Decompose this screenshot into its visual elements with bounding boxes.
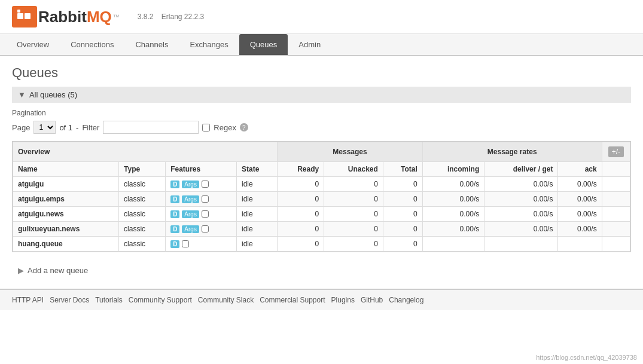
feature-checkbox[interactable] [182, 240, 189, 247]
nav-admin[interactable]: Admin [288, 34, 331, 55]
feature-d-badge[interactable]: D [170, 225, 179, 233]
queue-unacked: 0 [324, 222, 383, 237]
feature-d-badge[interactable]: D [170, 181, 179, 188]
queue-ack: 0.00/s [558, 207, 602, 222]
queue-ready: 0 [278, 207, 324, 222]
regex-checkbox[interactable] [202, 124, 210, 131]
svg-rect-2 [17, 10, 20, 13]
col-headers-row: Name Type Features State Ready Unacked T… [13, 162, 630, 177]
main-nav: Overview Connections Channels Exchanges … [0, 34, 643, 56]
feature-checkbox[interactable] [202, 195, 209, 203]
queue-ready: 0 [278, 222, 324, 237]
plus-minus-button[interactable]: +/- [608, 146, 624, 157]
queue-state: idle [237, 177, 278, 192]
queue-name-link[interactable]: huang.queue [18, 240, 63, 248]
page-select[interactable]: 1 [33, 121, 56, 134]
nav-connections[interactable]: Connections [60, 34, 124, 55]
nav-channels[interactable]: Channels [124, 34, 179, 55]
feature-d-badge[interactable]: D [170, 210, 179, 218]
queue-unacked: 0 [324, 177, 383, 192]
feature-checkbox[interactable] [202, 225, 209, 233]
svg-rect-0 [17, 13, 23, 19]
queue-extra [602, 222, 630, 237]
group-overview-label: Overview [18, 148, 50, 156]
queue-ready: 0 [278, 177, 324, 192]
col-extra [602, 162, 630, 177]
table-row: huang.queueclassicDidle000 [13, 237, 630, 252]
queue-extra [602, 192, 630, 207]
footer-link-github[interactable]: GitHub [361, 296, 383, 304]
feature-checkbox[interactable] [202, 210, 209, 218]
group-messages: Messages [278, 142, 423, 162]
version-number: 3.8.2 [138, 13, 154, 21]
table-row: gulixueyuan.newsclassicDArgsidle0000.00/… [13, 222, 630, 237]
queue-ack: 0.00/s [558, 177, 602, 192]
footer-link-community-support[interactable]: Community Support [129, 296, 192, 304]
feature-args-badge[interactable]: Args [182, 181, 199, 188]
queue-deliver-get: 0.00/s [484, 192, 558, 207]
queue-unacked: 0 [324, 207, 383, 222]
logo-icon [12, 6, 37, 27]
pagination-controls: Page 1 of 1 - Filter Regex ? [12, 121, 631, 134]
nav-overview[interactable]: Overview [6, 34, 60, 55]
filter-dash: - [76, 123, 78, 132]
queue-name-link[interactable]: atguigu.news [18, 210, 64, 218]
svg-rect-1 [25, 13, 31, 19]
section-arrow-icon: ▼ [18, 90, 26, 99]
queue-total: 0 [383, 177, 422, 192]
footer-link-changelog[interactable]: Changelog [389, 296, 423, 304]
queue-deliver-get: 0.00/s [484, 207, 558, 222]
section-label: All queues (5) [29, 90, 77, 99]
feature-args-badge[interactable]: Args [182, 195, 199, 203]
queue-incoming: 0.00/s [422, 192, 484, 207]
feature-args-badge[interactable]: Args [182, 210, 199, 218]
footer-link-http-api[interactable]: HTTP API [12, 296, 44, 304]
version-info: 3.8.2 Erlang 22.2.3 [138, 13, 204, 21]
footer-link-community-slack[interactable]: Community Slack [198, 296, 254, 304]
queues-table-container: Overview Messages Message rates +/- Name… [12, 141, 631, 252]
add-queue-toggle[interactable]: ▶ Add a new queue [18, 266, 625, 275]
queue-type: classic [119, 177, 166, 192]
queue-incoming: 0.00/s [422, 222, 484, 237]
queue-features: D [166, 237, 237, 252]
table-row: atguiguclassicDArgsidle0000.00/s0.00/s0.… [13, 177, 630, 192]
footer-link-tutorials[interactable]: Tutorials [95, 296, 123, 304]
queue-extra [602, 177, 630, 192]
group-messages-label: Messages [333, 148, 367, 156]
section-header: ▼ All queues (5) [12, 87, 631, 103]
feature-d-badge[interactable]: D [170, 240, 179, 248]
pagination-block: Pagination Page 1 of 1 - Filter Regex ? [12, 109, 631, 134]
queue-name-link[interactable]: atguigu.emps [18, 195, 65, 203]
page-label: Page [12, 123, 30, 132]
col-state: State [237, 162, 278, 177]
queue-name-link[interactable]: atguigu [18, 180, 44, 188]
queue-unacked: 0 [324, 237, 383, 252]
filter-input[interactable] [103, 121, 199, 134]
group-message-rates-label: Message rates [487, 148, 537, 156]
col-name: Name [13, 162, 119, 177]
queue-name-link[interactable]: gulixueyuan.news [18, 225, 80, 233]
queue-state: idle [237, 222, 278, 237]
footer-link-commercial-support[interactable]: Commercial Support [260, 296, 325, 304]
feature-args-badge[interactable]: Args [182, 225, 199, 233]
queue-type: classic [119, 237, 166, 252]
help-icon[interactable]: ? [240, 123, 248, 131]
of-label: of 1 [59, 123, 72, 132]
footer-link-server-docs[interactable]: Server Docs [50, 296, 89, 304]
feature-d-badge[interactable]: D [170, 195, 179, 203]
col-type: Type [119, 162, 166, 177]
pagination-label: Pagination [12, 109, 631, 117]
queue-ack: 0.00/s [558, 222, 602, 237]
nav-exchanges[interactable]: Exchanges [179, 34, 239, 55]
queue-state: idle [237, 207, 278, 222]
plus-minus-header: +/- [602, 142, 630, 162]
footer-link-plugins[interactable]: Plugins [331, 296, 355, 304]
nav-queues[interactable]: Queues [239, 34, 288, 55]
feature-checkbox[interactable] [202, 181, 209, 188]
logo-trademark: ™ [113, 13, 120, 20]
logo-text: RabbitMQ [38, 8, 112, 26]
queue-ack: 0.00/s [558, 192, 602, 207]
queue-features: DArgs [166, 222, 237, 237]
queue-state: idle [237, 192, 278, 207]
queue-incoming: 0.00/s [422, 177, 484, 192]
